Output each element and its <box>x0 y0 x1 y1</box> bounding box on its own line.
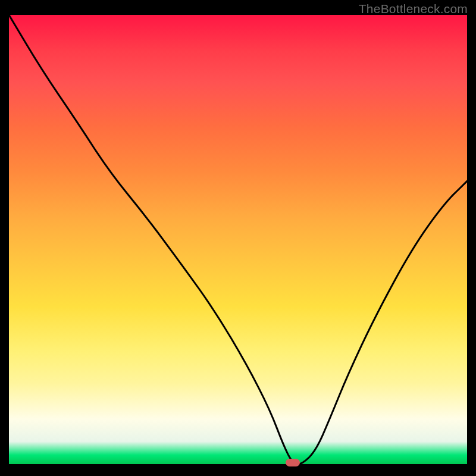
bottleneck-curve <box>9 15 467 464</box>
curve-svg <box>9 15 467 464</box>
watermark-label: TheBottleneck.com <box>359 2 468 16</box>
minimum-marker <box>286 459 300 466</box>
plot-area <box>9 15 467 464</box>
chart-container: TheBottleneck.com <box>0 0 476 476</box>
